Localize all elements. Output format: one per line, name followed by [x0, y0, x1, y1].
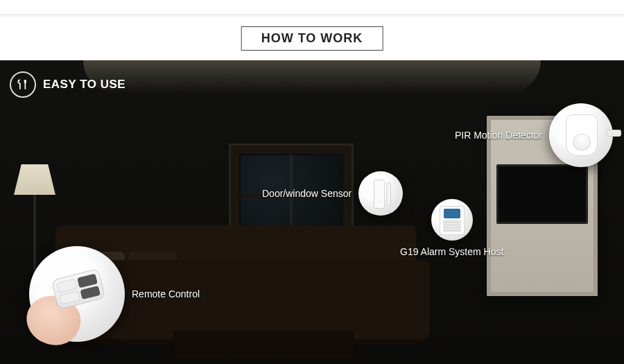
section-title-text: HOW TO WORK [261, 31, 363, 45]
callout-label: G19 Alarm System Host [400, 246, 503, 257]
section-title: HOW TO WORK [241, 26, 383, 51]
alarm-host-icon [431, 199, 473, 241]
callout-label: Door/window Sensor [262, 188, 352, 199]
callout-label: PIR Motion Detector [455, 130, 542, 141]
remote-body-icon [51, 268, 106, 310]
remote-control-icon [29, 246, 125, 342]
floor-lamp-shade [14, 164, 55, 195]
callout-alarm-host: G19 Alarm System Host [400, 199, 503, 257]
tools-icon [10, 71, 36, 98]
ceiling-light [83, 60, 541, 94]
easy-to-use-label: EASY TO USE [43, 78, 125, 92]
hero-image: EASY TO USE PIR Motion Detector Door/win… [0, 60, 624, 364]
coffee-table [173, 331, 354, 358]
tv-screen [496, 164, 588, 224]
page: HOW TO WORK EASY TO USE PIR Motion Detec… [0, 0, 624, 364]
callout-pir: PIR Motion Detector [455, 103, 613, 167]
callout-remote-control: Remote Control [29, 246, 200, 342]
callout-label: Remote Control [132, 288, 200, 300]
easy-to-use-badge: EASY TO USE [10, 71, 125, 98]
pir-motion-detector-icon [549, 103, 613, 167]
divider-shadow [0, 14, 624, 18]
door-window-sensor-icon [358, 171, 403, 216]
header-band: HOW TO WORK [0, 0, 624, 60]
callout-door-window-sensor: Door/window Sensor [262, 171, 403, 216]
